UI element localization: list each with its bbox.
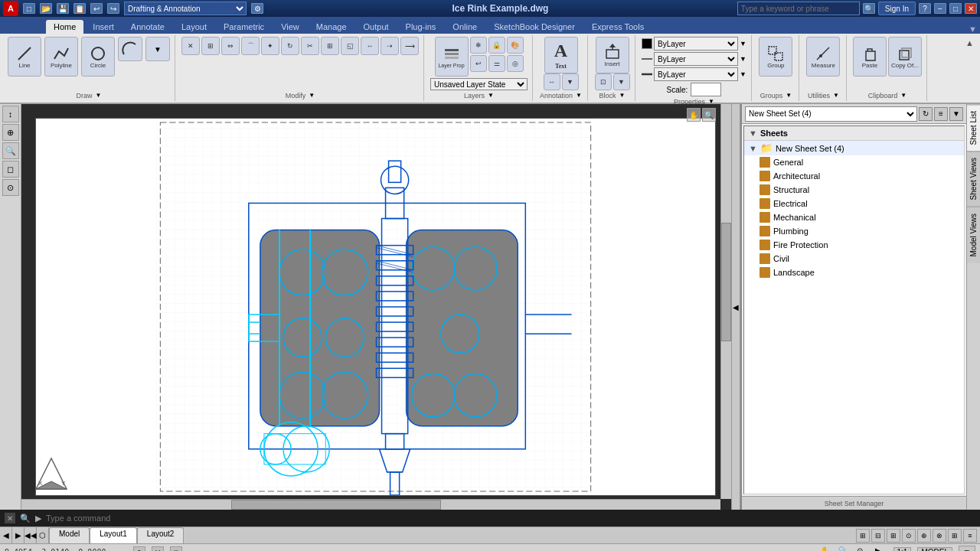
- dim-more-icon[interactable]: ▼: [562, 73, 579, 90]
- sheet-panel-collapse[interactable]: ◀: [731, 104, 740, 510]
- otrack-icon[interactable]: ⊗: [933, 529, 946, 543]
- modify-expand-icon[interactable]: ▼: [309, 92, 315, 99]
- bylayer-lineweight-selector[interactable]: ByLayer: [654, 67, 738, 81]
- command-arrow-icon[interactable]: ▶: [35, 514, 41, 523]
- nav-tool-4[interactable]: ◻: [2, 161, 19, 178]
- move-tool[interactable]: ✦: [261, 37, 279, 55]
- layout-next-icon[interactable]: ▶: [12, 527, 24, 543]
- arc-tool[interactable]: [118, 37, 142, 61]
- sheet-item-structural[interactable]: Structural: [744, 183, 964, 197]
- create-block-tool[interactable]: ⊡: [595, 73, 612, 90]
- restore-button[interactable]: □: [949, 3, 962, 14]
- lineweight-expand-icon[interactable]: ▼: [740, 70, 746, 78]
- ortho-icon[interactable]: ⊞: [887, 529, 900, 543]
- bylayer-linetype-selector[interactable]: ByLayer: [654, 52, 738, 66]
- layer-state-selector[interactable]: Unsaved Layer State: [430, 78, 528, 90]
- vertical-scrollbar[interactable]: [720, 104, 731, 499]
- tab-parametric[interactable]: Parametric: [216, 20, 272, 34]
- tab-online[interactable]: Online: [445, 20, 485, 34]
- linetype-expand-icon[interactable]: ▼: [740, 55, 746, 63]
- sheet-item-fire-protection[interactable]: Fire Protection: [744, 238, 964, 252]
- tab-model[interactable]: Model: [49, 527, 90, 543]
- search-input[interactable]: [737, 2, 860, 15]
- tab-manage[interactable]: Manage: [309, 20, 354, 34]
- sheets-header[interactable]: ▼ Sheets: [744, 126, 964, 141]
- minimize-button[interactable]: −: [934, 3, 946, 14]
- showmotion-icon[interactable]: ▶: [875, 546, 887, 552]
- workspace-grid-icon[interactable]: ⊞: [959, 546, 975, 552]
- sheet-item-architectural[interactable]: Architectural: [744, 169, 964, 183]
- mirror-tool[interactable]: ⇔: [221, 37, 240, 55]
- osnap-icon[interactable]: ⊕: [917, 529, 931, 543]
- nav-tool-3[interactable]: 🔍: [2, 142, 19, 159]
- annotation-expand-icon[interactable]: ▼: [576, 92, 582, 99]
- ribbon-collapse-icon[interactable]: ▲: [962, 35, 977, 51]
- sheet-item-general[interactable]: General: [744, 155, 964, 169]
- sheet-item-electrical[interactable]: Electrical: [744, 197, 964, 210]
- sheet-item-mechanical[interactable]: Mechanical: [744, 210, 964, 224]
- extend-tool[interactable]: ⇢: [381, 37, 399, 55]
- autocad-logo[interactable]: A: [3, 1, 18, 16]
- sheet-item-civil[interactable]: Civil: [744, 252, 964, 266]
- sheet-panel-tb-btn-2[interactable]: ≡: [934, 107, 948, 121]
- quick-access-open[interactable]: 📂: [40, 3, 52, 14]
- layer-freeze-tool[interactable]: ❄: [470, 37, 487, 54]
- layer-properties-tool[interactable]: Layer Prop: [435, 37, 469, 77]
- ucs-icon[interactable]: U: [152, 546, 164, 552]
- layer-lock-tool[interactable]: 🔒: [488, 37, 505, 54]
- redo-button[interactable]: ↪: [107, 3, 119, 14]
- command-close-icon[interactable]: ✕: [5, 513, 15, 523]
- polyline-tool[interactable]: Polyline: [44, 37, 78, 77]
- tab-plugins[interactable]: Plug-ins: [398, 20, 444, 34]
- snap-icon[interactable]: ⊞: [856, 529, 870, 543]
- nav-tool-5[interactable]: ⊙: [2, 179, 19, 196]
- viewcube[interactable]: X Y: [32, 455, 70, 493]
- right-tab-model-views[interactable]: Model Views: [967, 207, 980, 263]
- rotate-tool[interactable]: ↻: [281, 37, 299, 55]
- tab-layout1[interactable]: Layout1: [90, 527, 137, 543]
- bylayer-color-selector[interactable]: ByLayer: [654, 37, 738, 51]
- grid-icon[interactable]: ⊟: [871, 529, 885, 543]
- array-tool[interactable]: ⊞: [321, 37, 339, 55]
- tab-output[interactable]: Output: [356, 20, 397, 34]
- steeringwheels-icon[interactable]: ⊙: [857, 546, 869, 552]
- circle-tool[interactable]: Circle: [81, 37, 115, 77]
- layout-prev-icon[interactable]: ◀: [0, 527, 12, 543]
- copyof-tool[interactable]: Copy Of...: [888, 37, 922, 77]
- tab-layout[interactable]: Layout: [174, 20, 214, 34]
- stretch-tool[interactable]: ↔: [361, 37, 379, 55]
- tab-express[interactable]: Express Tools: [584, 20, 652, 34]
- layout-start-icon[interactable]: ◀◀: [24, 527, 37, 543]
- trim-tool[interactable]: ✂: [301, 37, 319, 55]
- measure-tool[interactable]: Measure: [806, 37, 840, 77]
- ribbon-expand-icon[interactable]: ▼: [969, 24, 977, 34]
- layers-expand-icon[interactable]: ▼: [488, 92, 494, 99]
- layer-match-tool[interactable]: ⚌: [488, 55, 505, 72]
- coord-icon[interactable]: ⊕: [133, 546, 145, 552]
- nav-tool-1[interactable]: ↕: [2, 106, 19, 122]
- linetype-scale-input[interactable]: 0: [691, 83, 721, 96]
- tab-sketchbook[interactable]: SketchBook Designer: [486, 20, 583, 34]
- info-button[interactable]: ?: [919, 3, 931, 14]
- polar-icon[interactable]: ⊙: [902, 529, 916, 543]
- sheet-item-landscape[interactable]: Landscape: [744, 266, 964, 279]
- text-tool[interactable]: A Text: [544, 37, 578, 73]
- layer-prev-tool[interactable]: ↩: [470, 55, 487, 72]
- draw-expand-icon[interactable]: ▼: [96, 92, 102, 99]
- right-tab-sheet-list[interactable]: Sheet List: [967, 104, 980, 151]
- copy-tool[interactable]: ⊞: [201, 37, 220, 55]
- block-more-icon[interactable]: ▼: [613, 73, 630, 90]
- workspace-settings-icon[interactable]: ⚙: [251, 3, 263, 14]
- ducs-icon[interactable]: ⊞: [948, 529, 962, 543]
- tab-layout2[interactable]: Layout2: [137, 527, 185, 543]
- pan-status-icon[interactable]: ✋: [820, 546, 832, 552]
- horizontal-scrollbar[interactable]: [21, 499, 720, 510]
- layout-end-icon[interactable]: ⬡: [37, 527, 49, 543]
- dim-linear-tool[interactable]: ↔: [544, 73, 560, 90]
- viewport-icon[interactable]: □: [170, 546, 182, 552]
- tab-annotate[interactable]: Annotate: [123, 20, 172, 34]
- workspace-selector[interactable]: Drafting & Annotation: [124, 2, 247, 15]
- undo-button[interactable]: ↩: [90, 3, 103, 14]
- quick-access-new[interactable]: □: [23, 3, 35, 14]
- zoom-status-icon[interactable]: 🔍: [838, 546, 851, 552]
